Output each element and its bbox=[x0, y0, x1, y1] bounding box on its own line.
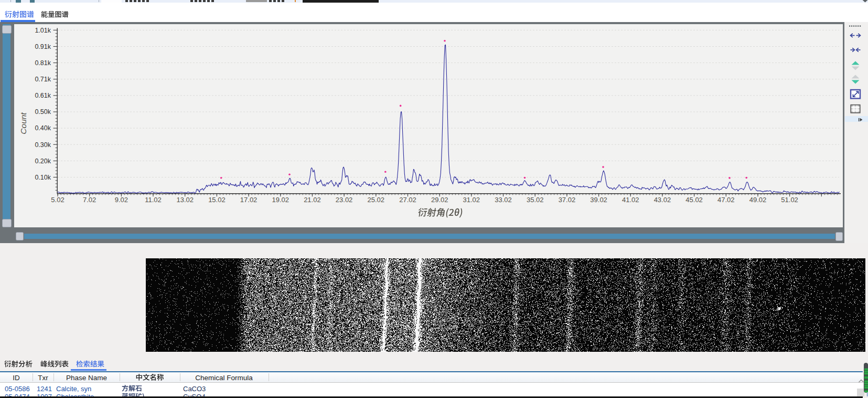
svg-text:0.10k: 0.10k bbox=[35, 174, 51, 181]
svg-text:0.50k: 0.50k bbox=[35, 108, 51, 116]
svg-text:25.02: 25.02 bbox=[368, 196, 385, 204]
svg-text:15.02: 15.02 bbox=[208, 196, 226, 204]
svg-text:43.02: 43.02 bbox=[654, 196, 671, 204]
svg-text:5.02: 5.02 bbox=[51, 196, 64, 204]
svg-text:0.40k: 0.40k bbox=[35, 124, 51, 132]
svg-text:9.02: 9.02 bbox=[115, 196, 128, 204]
svg-text:0.71k: 0.71k bbox=[35, 76, 51, 83]
svg-text:33.02: 33.02 bbox=[495, 196, 512, 204]
svg-text:51.02: 51.02 bbox=[781, 196, 798, 204]
svg-text:11.02: 11.02 bbox=[145, 196, 162, 204]
svg-text:1.01k: 1.01k bbox=[35, 27, 51, 34]
svg-text:23.02: 23.02 bbox=[336, 196, 353, 204]
svg-text:45.02: 45.02 bbox=[685, 196, 703, 204]
svg-text:49.02: 49.02 bbox=[749, 196, 767, 204]
svg-text:39.02: 39.02 bbox=[590, 196, 607, 204]
svg-text:7.02: 7.02 bbox=[83, 196, 96, 204]
svg-text:35.02: 35.02 bbox=[527, 196, 544, 204]
svg-text:29.02: 29.02 bbox=[431, 196, 448, 204]
svg-text:17.02: 17.02 bbox=[240, 196, 258, 204]
svg-text:31.02: 31.02 bbox=[463, 196, 480, 204]
svg-text:41.02: 41.02 bbox=[622, 196, 639, 204]
svg-text:Count: Count bbox=[19, 112, 28, 134]
svg-text:0.61k: 0.61k bbox=[35, 92, 51, 99]
svg-text:27.02: 27.02 bbox=[399, 196, 416, 204]
svg-text:19.02: 19.02 bbox=[272, 196, 290, 204]
svg-text:0.30k: 0.30k bbox=[35, 141, 51, 149]
svg-text:37.02: 37.02 bbox=[559, 196, 576, 204]
svg-text:0.20k: 0.20k bbox=[35, 158, 51, 165]
svg-text:47.02: 47.02 bbox=[717, 196, 735, 204]
svg-text:13.02: 13.02 bbox=[176, 196, 194, 204]
svg-text:0.81k: 0.81k bbox=[35, 59, 51, 67]
svg-text:21.02: 21.02 bbox=[304, 196, 321, 204]
svg-text:0.91k: 0.91k bbox=[35, 43, 51, 50]
